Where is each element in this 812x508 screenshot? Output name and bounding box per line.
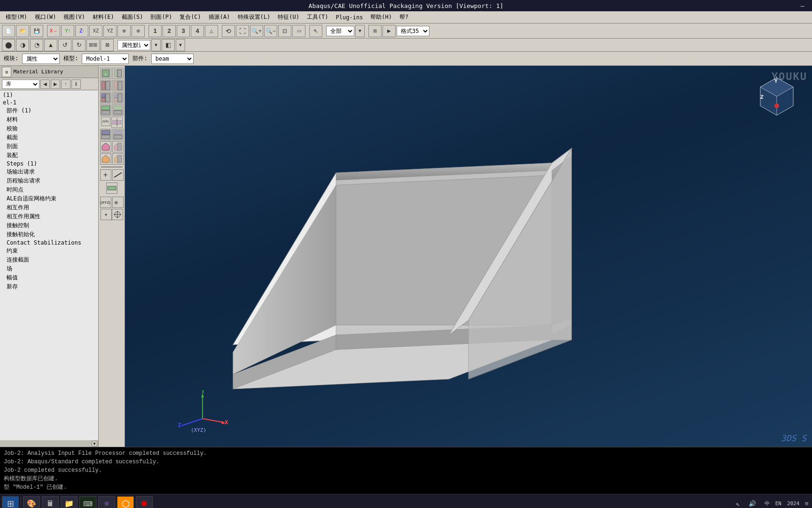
tb-extra1[interactable]: ▼ — [355, 25, 365, 37]
panel-fwd-btn[interactable]: ▶ — [51, 79, 60, 89]
prop-extra[interactable]: ▼ — [151, 39, 161, 51]
cursor-btn[interactable]: ↖ — [309, 25, 322, 37]
module-select[interactable]: 属性 — [22, 54, 60, 64]
zoom-rect-btn[interactable]: ▭ — [292, 25, 305, 37]
render-btn4[interactable]: ▲ — [44, 39, 57, 51]
side-btn-section2[interactable] — [112, 80, 124, 91]
menu-model[interactable]: 模型(M) — [2, 12, 31, 22]
taskbar-calc[interactable]: 🖩 — [42, 496, 59, 508]
zoom-in-btn[interactable]: 🔍+ — [250, 25, 263, 37]
menu-special[interactable]: 特殊设置(L) — [234, 12, 274, 22]
side-btn-line[interactable] — [112, 169, 124, 181]
render-btn2[interactable]: ◑ — [16, 39, 29, 51]
axis-btn4[interactable]: ⊕ — [132, 25, 145, 37]
tree-item-4[interactable]: 校验 — [1, 124, 97, 133]
taskbar-start[interactable]: ⊞ — [2, 496, 19, 508]
side-nav-btn2[interactable]: ⊕ — [112, 197, 124, 208]
menu-plugins[interactable]: Plug-ins — [332, 13, 367, 22]
tree-item-5[interactable]: 截面 — [1, 133, 97, 142]
tree-item-1[interactable]: el-1 — [1, 99, 97, 106]
taskbar-record[interactable]: ⏺ — [136, 496, 153, 508]
menu-tools[interactable]: 工具(T) — [303, 12, 332, 22]
axis-xz-btn[interactable]: XZ — [89, 25, 102, 37]
tb-extra2[interactable]: ▶ — [383, 25, 396, 37]
side-btn-special[interactable]: n²n — [101, 117, 110, 126]
nav-btn[interactable]: △ — [205, 25, 218, 37]
tree-item-0[interactable]: (1) — [1, 91, 97, 99]
fit-btn[interactable]: ⊡ — [278, 25, 291, 37]
menu-composite[interactable]: 复合(C) — [176, 12, 205, 22]
side-btn-mesh1[interactable] — [100, 129, 111, 140]
library-select[interactable]: 库 — [2, 79, 39, 89]
side-btn-special2[interactable] — [111, 117, 123, 128]
copy-btn[interactable]: ⊞⊞ — [86, 39, 100, 51]
menu-feature[interactable]: 特征(U) — [274, 12, 303, 22]
new-btn[interactable]: 📄 — [2, 25, 15, 37]
tree-item-7[interactable]: 装配 — [1, 151, 97, 160]
side-btn-section1[interactable] — [100, 80, 111, 91]
axis-yz-btn[interactable]: YZ — [103, 25, 117, 37]
menu-slice[interactable]: 剖面(P) — [147, 12, 176, 22]
side-btn-3d1[interactable] — [100, 141, 111, 152]
tree-tab[interactable]: ≡ — [2, 67, 11, 77]
tree-item-2[interactable]: 部件 (1) — [1, 106, 97, 115]
side-btn-green1[interactable] — [100, 104, 111, 116]
tree-item-21[interactable]: 幅值 — [1, 273, 97, 282]
tree-item-15[interactable]: 接触控制 — [1, 221, 97, 230]
tree-item-13[interactable]: 相互作用 — [1, 203, 97, 212]
side-btn-assign2[interactable] — [112, 92, 124, 103]
menu-section[interactable]: 截面(S) — [118, 12, 147, 22]
tree-item-18[interactable]: 约束 — [1, 246, 97, 255]
tree-item-9[interactable]: 场输出请求 — [1, 167, 97, 176]
axis-btn3[interactable]: ⊕ — [117, 25, 131, 37]
side-btn-green2[interactable] — [112, 104, 124, 116]
tree-item-16[interactable]: 接触初始化 — [1, 230, 97, 239]
render-btn3[interactable]: ◔ — [30, 39, 43, 51]
num1-btn[interactable]: 1 — [148, 25, 162, 37]
tree-item-11[interactable]: 时间点 — [1, 185, 97, 194]
side-btn-assign1[interactable] — [100, 92, 111, 103]
side-btn-orange1[interactable] — [100, 153, 111, 165]
prop-icon-btn[interactable]: ◧ — [162, 39, 175, 51]
tree-item-17[interactable]: Contact Stabilizations — [1, 239, 97, 246]
tree-item-10[interactable]: 历程输出请求 — [1, 176, 97, 185]
menu-viewport[interactable]: 视口(W) — [31, 12, 60, 22]
side-btn-mesh2[interactable] — [112, 129, 124, 140]
menu-help[interactable]: 帮助(H) — [367, 12, 396, 22]
part-select[interactable]: beam — [151, 54, 194, 64]
taskbar-files[interactable]: 📁 — [61, 496, 78, 508]
side-btn-block1[interactable] — [106, 183, 117, 194]
taskbar-abaqus[interactable]: ⬡ — [117, 496, 134, 508]
side-rotate-btn2[interactable] — [112, 209, 123, 220]
side-btn-3d2[interactable] — [112, 141, 124, 152]
tree-item-6[interactable]: 剖面 — [1, 142, 97, 151]
panel-info-btn[interactable]: ℹ — [71, 79, 81, 89]
pan-btn[interactable]: ⛶ — [236, 25, 249, 37]
close-button[interactable]: — — [797, 0, 808, 11]
render-btn1[interactable]: ⬤ — [2, 39, 15, 51]
navigation-cube[interactable]: Y Z — [756, 75, 798, 118]
viewport-select[interactable]: 全部 — [326, 26, 354, 36]
taskbar-paint[interactable]: 🎨 — [23, 496, 40, 508]
side-btn-edit-material[interactable] — [112, 68, 124, 79]
model-select[interactable]: Model-1 — [82, 54, 129, 64]
tree-item-3[interactable]: 材料 — [1, 115, 97, 124]
tree-item-12[interactable]: ALE自适应网格约束 — [1, 194, 97, 203]
axis-z-btn[interactable]: Z· — [75, 25, 88, 37]
open-btn[interactable]: 📂 — [16, 25, 29, 37]
tree-item-14[interactable]: 相互作用属性 — [1, 212, 97, 221]
taskbar-app1[interactable]: ≡ — [98, 496, 115, 508]
tray-sound[interactable]: 🔊 — [744, 496, 761, 508]
redo-btn[interactable]: ↻ — [72, 39, 86, 51]
undo-btn[interactable]: ↺ — [58, 39, 71, 51]
taskbar-terminal[interactable]: ⌨ — [79, 496, 96, 508]
grid-btn[interactable]: ⊞ — [368, 25, 382, 37]
tree-item-22[interactable]: 新存 — [1, 282, 97, 291]
side-btn-create-material[interactable]: ε — [100, 68, 111, 79]
format-select[interactable]: 格式35s — [397, 26, 429, 36]
cut-btn[interactable]: ⊠ — [101, 39, 114, 51]
side-btn-plus[interactable]: + — [100, 169, 111, 181]
tree-item-20[interactable]: 场 — [1, 264, 97, 273]
menu-view[interactable]: 视图(V) — [60, 12, 89, 22]
tray-show-desktop[interactable]: ⊟ — [803, 500, 810, 507]
